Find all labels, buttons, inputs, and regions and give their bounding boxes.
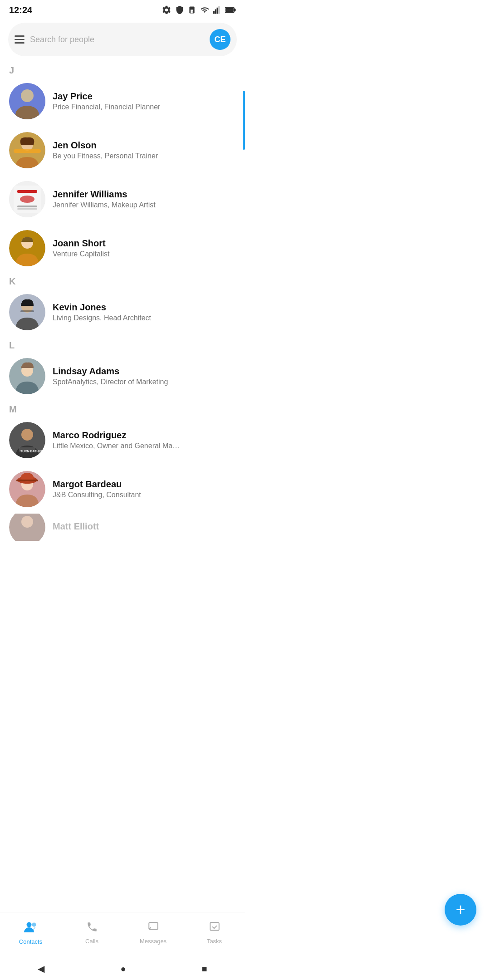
status-icons xyxy=(162,5,236,15)
contact-detail: SpotAnalytics, Director of Marketing xyxy=(53,378,189,386)
avatar xyxy=(9,471,45,507)
svg-point-36 xyxy=(21,516,33,528)
svg-point-27 xyxy=(21,429,33,441)
avatar xyxy=(9,132,45,168)
contact-item[interactable]: Kevin Jones Living Designs, Head Archite… xyxy=(5,288,240,337)
contact-name: Marco Rodriguez xyxy=(53,430,236,441)
sim-icon xyxy=(188,5,196,15)
svg-rect-6 xyxy=(225,8,234,12)
svg-rect-0 xyxy=(213,11,215,14)
contact-name: Kevin Jones xyxy=(53,302,236,313)
contact-info: Matt Elliott xyxy=(53,521,236,533)
avatar xyxy=(9,83,45,119)
section-letter-l: L xyxy=(5,338,240,352)
avatar xyxy=(9,230,45,266)
avatar xyxy=(9,514,45,541)
user-avatar-badge[interactable]: CE xyxy=(210,29,230,50)
contact-detail: Venture Capitalist xyxy=(53,250,189,258)
contact-item[interactable]: Lindsay Adams SpotAnalytics, Director of… xyxy=(5,352,240,401)
contact-item[interactable]: Jay Price Price Financial, Financial Pla… xyxy=(5,77,240,126)
contact-name: Jen Olson xyxy=(53,140,236,151)
contact-item[interactable]: Matt Elliott xyxy=(5,514,240,541)
svg-rect-17 xyxy=(17,206,37,207)
contact-item[interactable]: TURN BATHIN Marco Rodriguez Little Mexic… xyxy=(5,416,240,465)
contact-list: J Jay Price Price Financial, Financial P… xyxy=(0,64,245,541)
svg-rect-3 xyxy=(218,6,220,14)
contact-item[interactable]: Jennifer Williams Jennifer Williams, Mak… xyxy=(5,175,240,224)
contact-detail: Living Designs, Head Architect xyxy=(53,314,189,322)
wifi-icon xyxy=(200,6,210,14)
section-letter-k: K xyxy=(5,274,240,288)
avatar xyxy=(9,181,45,217)
contact-detail: J&B Consulting, Consultant xyxy=(53,491,189,499)
status-time: 12:24 xyxy=(9,5,32,15)
svg-rect-18 xyxy=(17,208,37,210)
svg-point-8 xyxy=(21,89,34,102)
contact-info: Marco Rodriguez Little Mexico, Owner and… xyxy=(53,430,236,450)
svg-rect-12 xyxy=(14,149,41,153)
contact-name: Jay Price xyxy=(53,91,236,102)
contact-name: Jennifer Williams xyxy=(53,189,236,200)
contact-item[interactable]: Jen Olson Be you Fitness, Personal Train… xyxy=(5,126,240,175)
contact-item[interactable]: Margot Bardeau J&B Consulting, Consultan… xyxy=(5,465,240,514)
contact-info: Jay Price Price Financial, Financial Pla… xyxy=(53,91,236,111)
contact-detail: Jennifer Williams, Makeup Artist xyxy=(53,201,189,209)
status-bar: 12:24 xyxy=(0,0,245,18)
contact-name: Margot Bardeau xyxy=(53,479,236,490)
contact-info: Margot Bardeau J&B Consulting, Consultan… xyxy=(53,479,236,499)
contact-info: Kevin Jones Living Designs, Head Archite… xyxy=(53,302,236,322)
svg-rect-1 xyxy=(215,10,216,14)
signal-icon xyxy=(213,5,221,15)
svg-point-16 xyxy=(20,196,34,203)
scroll-indicator xyxy=(243,91,245,150)
contact-info: Jennifer Williams Jennifer Williams, Mak… xyxy=(53,189,236,209)
avatar xyxy=(9,294,45,330)
shield-icon xyxy=(175,5,184,15)
section-letter-j: J xyxy=(5,64,240,77)
contact-info: Joann Short Venture Capitalist xyxy=(53,238,236,258)
contact-detail: Be you Fitness, Personal Trainer xyxy=(53,152,189,160)
contact-info: Jen Olson Be you Fitness, Personal Train… xyxy=(53,140,236,160)
svg-rect-23 xyxy=(20,310,34,312)
search-bar[interactable]: Search for people CE xyxy=(8,23,237,56)
contact-item[interactable]: Joann Short Venture Capitalist xyxy=(5,224,240,273)
contact-name: Lindsay Adams xyxy=(53,366,236,377)
contact-name: Matt Elliott xyxy=(53,521,236,532)
contact-info: Lindsay Adams SpotAnalytics, Director of… xyxy=(53,366,236,386)
contact-name: Joann Short xyxy=(53,238,236,249)
section-letter-m: M xyxy=(5,402,240,416)
menu-button[interactable] xyxy=(15,35,24,44)
svg-text:TURN BATHIN: TURN BATHIN xyxy=(20,450,42,453)
svg-rect-15 xyxy=(17,190,37,193)
contact-detail: Little Mexico, Owner and General Ma… xyxy=(53,442,189,450)
svg-rect-5 xyxy=(235,9,236,11)
contact-detail: Price Financial, Financial Planner xyxy=(53,103,189,111)
avatar xyxy=(9,358,45,394)
search-placeholder: Search for people xyxy=(30,35,204,44)
battery-icon xyxy=(225,6,236,14)
svg-rect-34 xyxy=(16,480,38,481)
gear-icon xyxy=(162,5,172,15)
avatar: TURN BATHIN xyxy=(9,422,45,458)
svg-rect-2 xyxy=(217,8,218,14)
